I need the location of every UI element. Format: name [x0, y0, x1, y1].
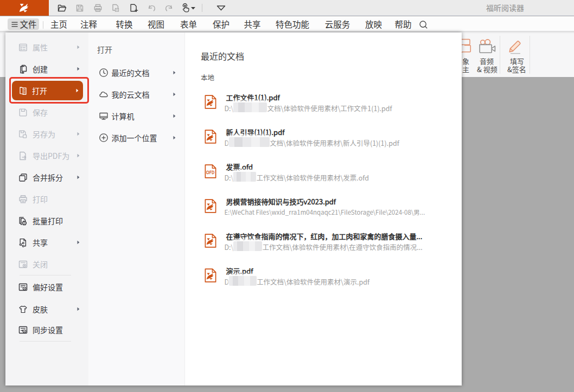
svg-text:OFD: OFD — [206, 169, 214, 175]
